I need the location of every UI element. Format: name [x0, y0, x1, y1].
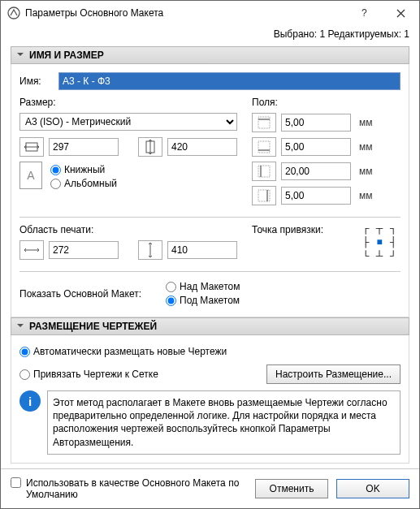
margin-top-input[interactable] — [281, 114, 351, 132]
titlebar: Параметры Основного Макета ? — [1, 1, 419, 25]
section-header-placement[interactable]: РАЗМЕЩЕНИЕ ЧЕРТЕЖЕЙ — [11, 317, 409, 335]
section-title-name-size: ИМЯ И РАЗМЕР — [29, 50, 104, 61]
configure-placement-button[interactable]: Настроить Размещение... — [266, 364, 401, 384]
size-preset-select[interactable]: A3 (ISO) - Метрический — [19, 113, 237, 131]
print-width-input[interactable] — [49, 241, 119, 259]
selection-info: Выбрано: 1 Редактируемых: 1 — [11, 25, 409, 46]
margin-top-icon — [252, 113, 276, 132]
info-text: Этот метод располагает в Макете вновь ра… — [47, 390, 401, 455]
ok-button[interactable]: OK — [336, 479, 409, 498]
anchor-label: Точка привязки: — [252, 224, 345, 235]
collapse-icon — [16, 321, 24, 332]
print-height-icon — [138, 240, 162, 260]
margin-right-input[interactable] — [281, 187, 351, 205]
unit-mm: мм — [359, 190, 382, 201]
svg-rect-10 — [258, 190, 270, 201]
unit-mm: мм — [359, 166, 382, 177]
unit-mm: мм — [359, 117, 382, 128]
margin-bottom-icon — [252, 137, 276, 157]
orientation-icon: A — [19, 162, 42, 189]
margin-left-icon — [252, 162, 276, 181]
show-below-radio[interactable]: Под Макетом — [166, 295, 240, 306]
name-label: Имя: — [19, 75, 52, 87]
show-master-label: Показать Основной Макет: — [19, 288, 141, 300]
margin-bottom-input[interactable] — [281, 138, 351, 156]
show-above-radio[interactable]: Над Макетом — [166, 281, 240, 292]
name-input[interactable] — [58, 72, 401, 90]
height-input[interactable] — [167, 138, 237, 156]
app-icon — [7, 6, 20, 19]
close-button[interactable] — [383, 1, 419, 25]
orientation-landscape[interactable]: Альбомный — [50, 178, 117, 189]
cancel-button[interactable]: Отменить — [255, 479, 328, 498]
help-button[interactable]: ? — [346, 1, 383, 25]
orientation-portrait[interactable]: Книжный — [50, 164, 117, 175]
anchor-point-grid[interactable]: ┌┬┐ ├■┤ └┴┘ — [362, 224, 401, 263]
width-icon — [19, 137, 44, 157]
section-title-placement: РАЗМЕЩЕНИЕ ЧЕРТЕЖЕЙ — [29, 321, 157, 332]
print-height-input[interactable] — [167, 241, 237, 259]
use-default-label: Использовать в качестве Основного Макета… — [26, 477, 245, 500]
margin-right-icon — [252, 186, 276, 205]
height-icon — [138, 137, 162, 157]
margin-left-input[interactable] — [281, 162, 351, 180]
margins-label: Поля: — [252, 97, 401, 108]
info-icon: i — [19, 390, 41, 412]
collapse-icon — [16, 50, 24, 61]
print-width-icon — [19, 240, 44, 260]
svg-text:?: ? — [362, 8, 367, 18]
unit-mm: мм — [359, 141, 382, 153]
svg-rect-8 — [258, 166, 270, 177]
snap-grid-radio[interactable]: Привязать Чертежи к Сетке — [19, 369, 258, 380]
svg-rect-6 — [258, 141, 270, 153]
width-input[interactable] — [49, 138, 119, 156]
auto-place-radio[interactable]: Автоматически размещать новые Чертежи — [19, 346, 401, 357]
svg-rect-4 — [258, 117, 270, 128]
size-label: Размер: — [19, 97, 237, 108]
print-area-label: Область печати: — [19, 224, 237, 235]
window-title: Параметры Основного Макета — [25, 7, 346, 19]
section-header-name-size[interactable]: ИМЯ И РАЗМЕР — [11, 46, 409, 64]
use-default-checkbox[interactable]: Использовать в качестве Основного Макета… — [11, 477, 247, 500]
